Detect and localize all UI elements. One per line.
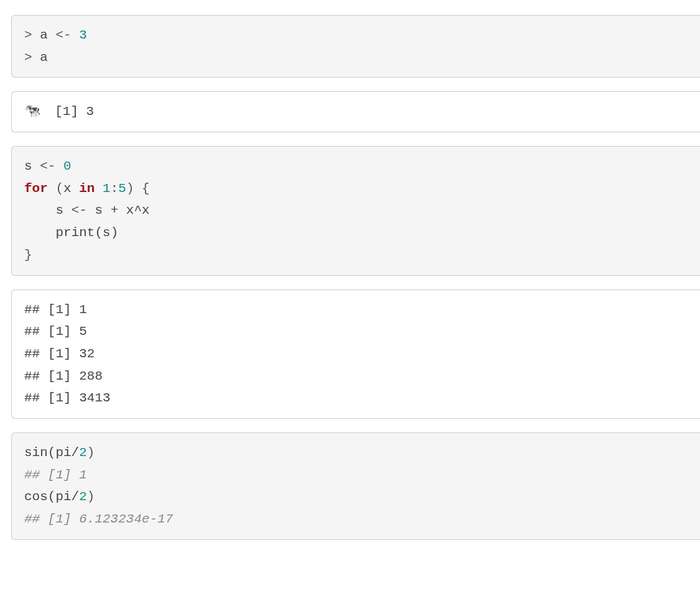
output-text: [1] 3 bbox=[39, 104, 94, 119]
literal-0: 0 bbox=[63, 159, 71, 173]
variable-s: s bbox=[24, 159, 32, 173]
literal-2: 2 bbox=[79, 445, 87, 460]
page: > a <- 3 > a 🐄 [1] 3 s <- 0 for (x in 1:… bbox=[0, 0, 700, 589]
inline-output: ## [1] 6.123234e-17 bbox=[24, 512, 173, 526]
code-block-1: > a <- 3 > a bbox=[11, 15, 700, 78]
inline-output: ## [1] 1 bbox=[24, 468, 87, 482]
expression: s + x^x bbox=[94, 203, 149, 217]
space bbox=[71, 181, 80, 196]
assign-op: <- bbox=[63, 203, 94, 217]
indent bbox=[24, 226, 55, 240]
print-call: print(s) bbox=[55, 226, 118, 240]
prompt: > bbox=[24, 28, 40, 42]
variable-a: a bbox=[40, 50, 48, 65]
paren-close: ) bbox=[87, 445, 95, 460]
prompt: > bbox=[24, 50, 40, 65]
sin-call: sin(pi/ bbox=[24, 445, 79, 460]
literal-2: 2 bbox=[79, 490, 87, 504]
output-block-2: ## [1] 1 ## [1] 5 ## [1] 32 ## [1] 288 #… bbox=[11, 290, 700, 419]
space bbox=[94, 181, 103, 196]
variable-s: s bbox=[55, 203, 63, 217]
assign-op: <- bbox=[32, 159, 63, 173]
keyword-for: for bbox=[24, 181, 48, 196]
output-line: ## [1] 288 bbox=[24, 369, 103, 383]
output-line: ## [1] 32 bbox=[24, 347, 94, 361]
code-block-2: s <- 0 for (x in 1:5) { s <- s + x^x pri… bbox=[11, 146, 700, 275]
brace-close: } bbox=[24, 248, 32, 262]
paren-close-brace: ) { bbox=[126, 181, 150, 196]
literal-1: 1 bbox=[103, 181, 111, 196]
output-block-1: 🐄 [1] 3 bbox=[11, 91, 700, 132]
variable-a: a bbox=[40, 28, 48, 42]
literal-3: 3 bbox=[79, 28, 87, 42]
cos-call: cos(pi/ bbox=[24, 490, 79, 504]
output-line: ## [1] 5 bbox=[24, 324, 87, 339]
indent bbox=[24, 203, 55, 217]
code-block-3: sin(pi/2) ## [1] 1 cos(pi/2) ## [1] 6.12… bbox=[11, 432, 700, 540]
keyword-in: in bbox=[79, 181, 94, 196]
output-line: ## [1] 1 bbox=[24, 303, 87, 317]
assign-op: <- bbox=[48, 28, 79, 42]
colon: : bbox=[111, 181, 119, 196]
paren-close: ) bbox=[87, 490, 95, 504]
literal-5: 5 bbox=[118, 181, 126, 196]
paren-open: ( bbox=[48, 181, 63, 196]
output-line: ## [1] 3413 bbox=[24, 391, 111, 405]
variable-x: x bbox=[63, 181, 71, 196]
cow-icon: 🐄 bbox=[24, 101, 39, 123]
